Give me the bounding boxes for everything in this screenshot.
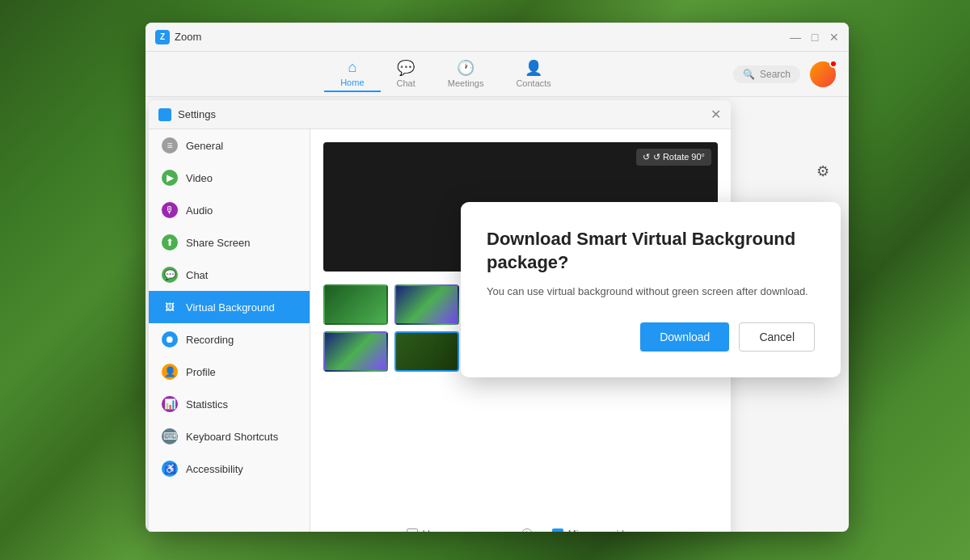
app-window: Z Zoom — □ ✕ ⌂ Home 💬 Chat 🕐 Meetings [146,23,849,532]
contacts-icon: 👤 [525,59,542,77]
nav-tabs: ⌂ Home 💬 Chat 🕐 Meetings 👤 Contacts [158,56,733,93]
tab-home-label: Home [340,78,364,87]
home-icon: ⌂ [348,59,356,76]
window-controls: — □ ✕ [791,32,839,42]
tab-home[interactable]: ⌂ Home [324,56,380,92]
dialog-description: You can use virtual background without g… [487,284,815,300]
tab-chat-label: Chat [397,78,415,88]
download-button[interactable]: Download [640,322,729,352]
tab-meetings[interactable]: 🕐 Meetings [432,56,500,93]
dialog-title: Download Smart Virtual Background packag… [487,228,815,274]
avatar-badge [829,60,837,68]
download-dialog: Download Smart Virtual Background packag… [461,202,841,377]
dialog-buttons: Download Cancel [487,322,815,352]
tab-contacts[interactable]: 👤 Contacts [500,56,567,93]
zoom-logo-icon: Z [155,30,170,44]
app-title: Zoom [175,31,201,43]
dialog-overlay: Download Smart Virtual Background packag… [146,97,849,532]
tab-contacts-label: Contacts [516,78,550,88]
main-content: ⚙ Settings ✕ ≡ General ▶ Video [146,97,849,532]
search-label: Search [760,69,791,80]
nav-bar: ⌂ Home 💬 Chat 🕐 Meetings 👤 Contacts 🔍 Se… [146,52,849,97]
chat-icon: 💬 [397,59,415,77]
app-logo: Z Zoom [155,30,201,44]
search-bar[interactable]: 🔍 Search [733,65,800,83]
meetings-icon: 🕐 [457,59,474,77]
minimize-button[interactable]: — [791,32,800,42]
tab-chat[interactable]: 💬 Chat [381,56,432,93]
close-button[interactable]: ✕ [829,32,839,42]
title-bar: Z Zoom — □ ✕ [146,23,849,52]
cancel-button[interactable]: Cancel [739,322,815,352]
avatar[interactable] [810,61,836,87]
maximize-button[interactable]: □ [810,32,820,42]
search-icon: 🔍 [743,69,755,80]
tab-meetings-label: Meetings [448,78,484,88]
